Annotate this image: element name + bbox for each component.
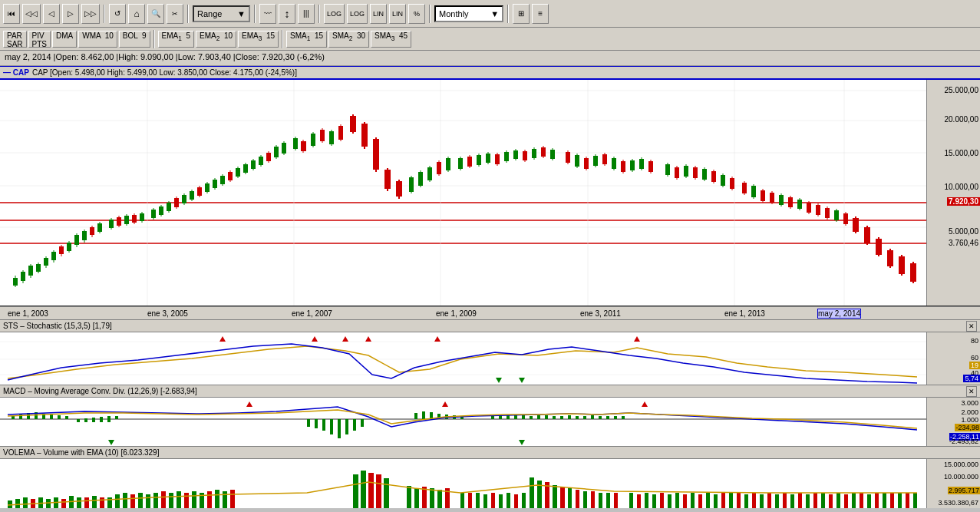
next-next-btn[interactable]: ▷▷ <box>81 4 100 24</box>
log2-btn[interactable]: LOG <box>347 4 368 24</box>
macd-level-3000: 3.000 <box>961 399 978 407</box>
time-2005: ene 3, 2005 <box>147 309 188 318</box>
svg-rect-175 <box>742 183 747 193</box>
macd-level-1000: 1.000 <box>961 416 978 424</box>
ema2-btn[interactable]: EMA2 10 <box>196 31 236 48</box>
svg-rect-63 <box>205 183 210 192</box>
svg-rect-123 <box>486 154 490 163</box>
svg-rect-260 <box>115 416 118 419</box>
svg-rect-229 <box>65 416 68 419</box>
svg-rect-115 <box>446 158 450 170</box>
time-2007: ene 1, 2007 <box>292 309 332 318</box>
svg-rect-71 <box>236 168 240 177</box>
svg-rect-75 <box>251 160 256 169</box>
svg-rect-59 <box>190 191 194 200</box>
ema1-btn[interactable]: EMA1 5 <box>158 31 194 48</box>
interval-dropdown[interactable]: Monthly ▼ <box>434 5 503 22</box>
price-10000: 10.000,00 <box>945 183 979 191</box>
refresh-btn[interactable]: ↺ <box>109 4 126 24</box>
svg-rect-251 <box>599 416 602 419</box>
svg-rect-73 <box>243 164 248 173</box>
stochastic-close[interactable]: ✕ <box>966 321 977 332</box>
svg-rect-349 <box>729 493 733 508</box>
home-btn[interactable]: ⌂ <box>128 4 145 24</box>
svg-rect-205 <box>887 250 893 266</box>
sts-val1: 19 <box>969 362 980 369</box>
svg-rect-315 <box>460 493 464 508</box>
svg-rect-139 <box>566 152 570 163</box>
svg-marker-217 <box>434 336 441 342</box>
svg-rect-19 <box>28 266 33 276</box>
sts-level-60: 60 <box>971 354 978 362</box>
bol-btn[interactable]: BOL 9 <box>119 31 150 48</box>
select-btn[interactable]: ✂ <box>167 4 183 24</box>
svg-rect-179 <box>761 190 765 201</box>
svg-rect-99 <box>361 124 368 147</box>
svg-rect-297 <box>184 493 189 508</box>
svg-rect-248 <box>576 416 579 419</box>
svg-rect-201 <box>864 227 870 243</box>
bar-btn[interactable]: ||| <box>298 4 315 24</box>
ema3-btn[interactable]: EMA3 15 <box>238 31 279 48</box>
svg-rect-17 <box>21 272 25 281</box>
range-label: Range <box>197 9 222 18</box>
svg-rect-335 <box>614 493 618 508</box>
pct-btn[interactable]: % <box>408 4 425 24</box>
toolbar-second: PARSAR PIVPTS DMA WMA 10 BOL 9 EMA1 5 EM… <box>0 28 980 51</box>
svg-rect-262 <box>315 419 318 428</box>
svg-rect-57 <box>182 195 186 203</box>
par-sar-btn[interactable]: PARSAR <box>3 31 27 48</box>
symbol-label: — CAP <box>3 68 29 77</box>
wma-btn[interactable]: WMA 10 <box>78 31 117 48</box>
sep1 <box>104 5 105 23</box>
sma1-btn[interactable]: SMA1 15 <box>286 31 327 48</box>
sma2-btn[interactable]: SMA2 30 <box>328 31 369 48</box>
svg-rect-336 <box>629 493 633 508</box>
svg-rect-93 <box>329 131 334 144</box>
macd-close[interactable]: ✕ <box>966 386 977 397</box>
svg-marker-270 <box>442 401 448 407</box>
time-2013: ene 1, 2013 <box>724 309 765 318</box>
prev-prev-btn[interactable]: ◁◁ <box>22 4 41 24</box>
svg-rect-209 <box>910 263 916 282</box>
svg-rect-355 <box>775 494 779 508</box>
vol-level-10m: 10.000.000 <box>944 473 978 481</box>
menu-btn[interactable]: ≡ <box>532 4 549 24</box>
svg-rect-347 <box>714 494 718 508</box>
svg-rect-368 <box>875 493 879 508</box>
log1-btn[interactable]: LOG <box>324 4 345 24</box>
grid-btn[interactable]: ⊞ <box>513 4 530 24</box>
svg-rect-261 <box>307 419 310 427</box>
piv-pts-btn[interactable]: PIVPTS <box>28 31 51 48</box>
lin1-btn[interactable]: LIN <box>370 4 387 24</box>
main-chart-header: — CAP CAP [Open: 5.498,00 High: 5.499,00… <box>0 66 980 80</box>
macd-svg <box>0 398 926 447</box>
svg-rect-119 <box>467 157 472 167</box>
svg-rect-173 <box>730 178 734 189</box>
svg-rect-353 <box>760 494 764 508</box>
svg-rect-340 <box>660 493 664 508</box>
candle-btn[interactable]: ↕ <box>279 4 295 24</box>
svg-rect-135 <box>541 147 546 157</box>
svg-rect-360 <box>813 493 817 508</box>
prev-btn[interactable]: ◁ <box>43 4 60 24</box>
svg-rect-247 <box>568 415 571 419</box>
lin2-btn[interactable]: LIN <box>389 4 406 24</box>
time-axis: ene 1, 2003 ene 3, 2005 ene 1, 2007 ene … <box>0 306 980 320</box>
svg-rect-302 <box>223 491 227 508</box>
svg-rect-373 <box>913 493 917 508</box>
dma-btn[interactable]: DMA <box>52 31 77 48</box>
toolbar-top: ⏮ ◁◁ ◁ ▷ ▷▷ ↺ ⌂ 🔍 ✂ Range ▼ 〰 ↕ ||| LOG … <box>0 0 980 28</box>
line-chart-btn[interactable]: 〰 <box>259 4 276 24</box>
svg-rect-310 <box>414 488 419 508</box>
sep7 <box>153 30 155 48</box>
sma3-btn[interactable]: SMA3 45 <box>371 31 411 48</box>
macd-level-2000: 2.000 <box>961 408 978 416</box>
svg-rect-55 <box>174 198 179 207</box>
svg-rect-127 <box>504 152 509 161</box>
next-btn[interactable]: ▷ <box>62 4 79 24</box>
stochastic-svg <box>0 332 926 385</box>
first-btn[interactable]: ⏮ <box>3 4 20 24</box>
range-dropdown[interactable]: Range ▼ <box>193 5 250 22</box>
zoom-btn[interactable]: 🔍 <box>147 4 164 24</box>
